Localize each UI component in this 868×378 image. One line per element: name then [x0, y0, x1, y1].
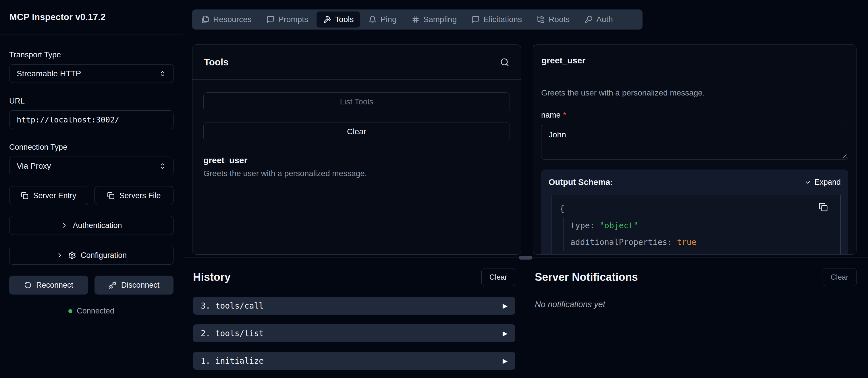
textarea-resize-handle[interactable] — [841, 152, 846, 158]
top-panes: Tools List Tools Clear greet_userGreets … — [183, 30, 868, 255]
connection-type-select[interactable]: Via Proxy — [9, 157, 174, 175]
configuration-button[interactable]: Configuration — [9, 246, 174, 265]
server-notifications-panel: Server Notifications Clear No notificati… — [526, 258, 868, 378]
schema-code-block: {type: "object"additionalProperties: tru… — [551, 195, 841, 255]
output-schema-section: Output Schema: Expand {type: "object"add… — [541, 170, 848, 255]
tools-panel-body: List Tools Clear greet_userGreets the us… — [192, 80, 521, 178]
tab-ping[interactable]: Ping — [362, 11, 403, 28]
sidebar: MCP Inspector v0.17.2 Transport Type Str… — [0, 0, 183, 378]
history-item-tools-list[interactable]: 2. tools/list▶ — [193, 324, 515, 342]
copy-schema-button[interactable] — [818, 203, 828, 212]
key-round-icon — [585, 15, 593, 24]
tab-resources[interactable]: Resources — [195, 11, 258, 28]
rotate-ccw-icon — [24, 281, 32, 289]
connection-type-value: Via Proxy — [17, 162, 51, 171]
output-schema-label: Output Schema: — [549, 177, 613, 187]
url-label: URL — [9, 97, 174, 106]
no-notifications-text: No notifications yet — [535, 300, 857, 309]
hammer-icon — [323, 15, 331, 24]
pane-resize-handle[interactable] — [519, 256, 532, 260]
tool-detail-body: Greets the user with a personalized mess… — [533, 88, 856, 255]
message-square-icon — [472, 15, 480, 24]
tab-label: Prompts — [278, 15, 308, 24]
clear-tools-button[interactable]: Clear — [204, 122, 510, 141]
param-name-textarea[interactable]: John — [541, 125, 848, 160]
authentication-button[interactable]: Authentication — [9, 216, 174, 235]
server-entry-button[interactable]: Server Entry — [9, 186, 88, 205]
tab-label: Ping — [380, 15, 396, 24]
list-tools-button[interactable]: List Tools — [204, 92, 510, 111]
chevrons-up-down-icon — [159, 163, 166, 170]
tab-sampling[interactable]: Sampling — [405, 11, 464, 28]
server-entry-label: Server Entry — [33, 191, 76, 200]
reconnect-button[interactable]: Reconnect — [9, 276, 88, 295]
disconnect-label: Disconnect — [121, 281, 160, 290]
sidebar-body: Transport Type Streamable HTTP URL http:… — [0, 34, 183, 315]
history-list: 3. tools/call▶2. tools/list▶1. initializ… — [193, 297, 515, 370]
clear-notifications-button[interactable]: Clear — [823, 268, 857, 286]
tool-detail-panel: greet_user Greets the user with a person… — [533, 44, 857, 255]
status-dot — [68, 309, 72, 313]
gear-icon — [68, 251, 76, 259]
tool-list-item[interactable]: greet_userGreets the user with a persona… — [204, 156, 510, 178]
tools-panel: Tools List Tools Clear greet_userGreets … — [192, 44, 521, 255]
disconnect-button[interactable]: Disconnect — [94, 276, 174, 295]
history-item-label: 3. tools/call — [201, 301, 264, 311]
hash-icon — [412, 15, 420, 24]
copy-icon — [21, 192, 28, 199]
chevrons-up-down-icon — [159, 70, 166, 77]
copy-icon — [107, 192, 115, 199]
tool-detail-title: greet_user — [541, 56, 585, 65]
history-item-tools-call[interactable]: 3. tools/call▶ — [193, 297, 515, 315]
connection-status: Connected — [9, 307, 174, 315]
param-name-label: name * — [541, 111, 848, 119]
chevron-right-icon — [56, 251, 63, 259]
tab-roots[interactable]: Roots — [530, 11, 576, 28]
schema-code-lines: {type: "object"additionalProperties: tru… — [552, 201, 840, 255]
clear-history-button[interactable]: Clear — [482, 268, 515, 286]
expand-arrow-icon: ▶ — [503, 302, 507, 309]
tab-label: Auth — [596, 15, 613, 24]
expand-arrow-icon: ▶ — [503, 330, 507, 337]
param-name-text: name — [541, 111, 561, 119]
files-icon — [202, 15, 209, 24]
transport-type-label: Transport Type — [9, 50, 174, 59]
tools-panel-header: Tools — [192, 45, 521, 80]
tab-auth[interactable]: Auth — [578, 11, 620, 28]
tab-label: Sampling — [423, 15, 457, 24]
chevron-down-icon — [804, 179, 811, 186]
history-item-label: 1. initialize — [201, 356, 264, 366]
tool-detail-description: Greets the user with a personalized mess… — [541, 88, 848, 98]
message-square-icon — [267, 15, 275, 24]
param-name-value: John — [549, 130, 566, 139]
tool-list: greet_userGreets the user with a persona… — [204, 156, 510, 178]
app-root: MCP Inspector v0.17.2 Transport Type Str… — [0, 0, 868, 378]
schema-code-line: type: "object" — [552, 217, 840, 234]
url-input[interactable]: http://localhost:3002/ — [9, 110, 174, 129]
history-title: History — [193, 271, 230, 283]
app-title: MCP Inspector v0.17.2 — [9, 12, 106, 22]
schema-code-line: additionalProperties: true — [552, 234, 840, 251]
history-item-initialize[interactable]: 1. initialize▶ — [193, 352, 515, 370]
schema-code-line: { — [552, 201, 840, 217]
tab-label: Resources — [213, 15, 252, 24]
tab-tools[interactable]: Tools — [316, 11, 360, 28]
search-icon[interactable] — [500, 58, 509, 67]
transport-type-select[interactable]: Streamable HTTP — [9, 64, 174, 83]
tools-panel-title: Tools — [204, 57, 229, 68]
servers-file-button[interactable]: Servers File — [94, 186, 174, 205]
history-item-label: 2. tools/list — [201, 329, 264, 338]
tab-elicitations[interactable]: Elicitations — [465, 11, 528, 28]
tab-bar: ResourcesPromptsToolsPingSamplingElicita… — [192, 9, 643, 30]
expand-schema-button[interactable]: Expand — [804, 178, 841, 187]
sidebar-header: MCP Inspector v0.17.2 — [0, 0, 183, 34]
required-asterisk: * — [563, 111, 566, 119]
server-notifications-header: Server Notifications Clear — [535, 268, 857, 286]
tab-label: Roots — [549, 15, 569, 24]
schema-code-line: } — [552, 251, 840, 255]
tab-label: Elicitations — [484, 15, 522, 24]
output-schema-header: Output Schema: Expand — [549, 177, 841, 187]
status-text: Connected — [77, 307, 114, 315]
tab-prompts[interactable]: Prompts — [260, 11, 315, 28]
expand-arrow-icon: ▶ — [503, 357, 507, 365]
